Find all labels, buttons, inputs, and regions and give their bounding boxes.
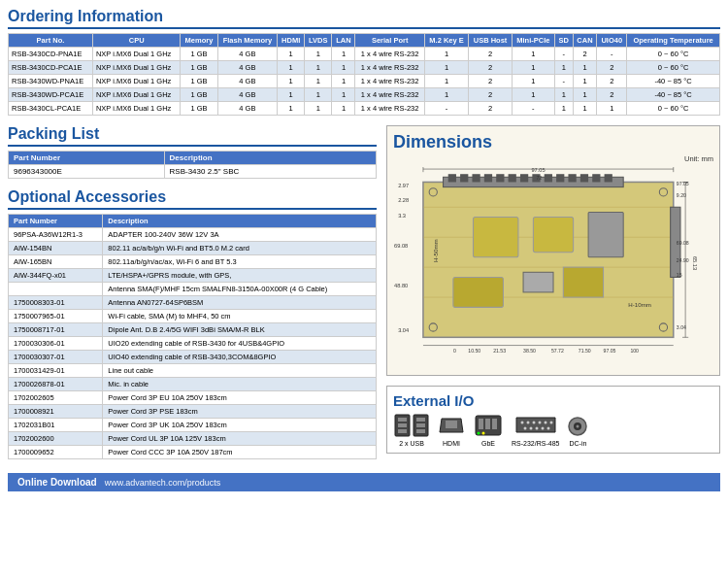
- table-cell: 1: [332, 102, 355, 116]
- svg-text:71.50: 71.50: [579, 348, 591, 354]
- table-cell: -40 ~ 85 °C: [627, 75, 720, 88]
- svg-point-90: [546, 427, 549, 430]
- table-cell: 4 GB: [217, 48, 278, 61]
- ordering-title: Ordering Information: [8, 8, 720, 29]
- table-cell: 2: [469, 61, 513, 75]
- table-cell: Dipole Ant. D.B 2.4/5G WIFI 3dBi SMA/M-R…: [103, 323, 377, 337]
- svg-text:97.05: 97.05: [677, 181, 689, 186]
- ordering-col-header: SD: [554, 34, 573, 48]
- table-cell: 1: [332, 88, 355, 102]
- svg-text:97.05: 97.05: [604, 348, 616, 354]
- svg-rect-11: [509, 174, 516, 182]
- accessories-col-header: Description: [103, 215, 377, 228]
- accessories-table: Part NumberDescription 96PSA-A36W12R1-3A…: [8, 214, 377, 459]
- svg-text:2.97: 2.97: [398, 183, 409, 188]
- table-cell: 1: [424, 48, 468, 61]
- table-cell: 2: [469, 48, 513, 61]
- svg-rect-17: [580, 174, 588, 182]
- svg-text:15: 15: [677, 272, 682, 278]
- svg-rect-19: [605, 174, 612, 182]
- accessories-col-header: Part Number: [9, 215, 103, 228]
- table-cell: 1 x 4 wire RS-232: [355, 88, 424, 102]
- table-cell: NXP i.MX6 Dual 1 GHz: [92, 48, 180, 61]
- packing-title: Packing List: [8, 125, 377, 147]
- svg-point-84: [544, 422, 546, 424]
- table-cell: 1700008921: [9, 405, 103, 419]
- table-cell: 802.11 ac/a/b/g/n Wi-Fi and BT5.0 M.2 ca…: [103, 242, 377, 255]
- table-row: 1700031429-01Line out cable: [9, 364, 377, 378]
- table-row: RSB-3430CD-PCA1ENXP i.MX6 Dual 1 GHz1 GB…: [9, 61, 720, 75]
- table-row: 1700026878-01Mic. in cable: [9, 378, 377, 391]
- svg-rect-75: [485, 419, 490, 429]
- table-cell: 1: [512, 75, 554, 88]
- table-cell: -: [597, 48, 627, 61]
- table-cell: 1: [573, 88, 597, 102]
- table-cell: AIW-165BN: [9, 255, 103, 269]
- table-row: RSB-3430CL-PCA1ENXP i.MX6 Dual 1 GHz1 GB…: [9, 102, 720, 116]
- table-cell: 2: [469, 102, 513, 116]
- io-label-hdmi: HDMI: [443, 440, 460, 447]
- table-cell: 1: [278, 88, 305, 102]
- table-cell: RSB-3430WD-PCA1E: [9, 88, 93, 102]
- table-cell: 1750007965-01: [9, 310, 103, 323]
- table-cell: -: [424, 102, 468, 116]
- io-label-usb: 2 x USB: [399, 440, 424, 447]
- io-label-dcin: DC-in: [569, 440, 586, 447]
- table-row: RSB-3430WD-PCA1ENXP i.MX6 Dual 1 GHz1 GB…: [9, 88, 720, 102]
- ordering-col-header: HDMI: [278, 34, 305, 48]
- table-cell: 1: [278, 102, 305, 116]
- table-cell: 1: [554, 102, 573, 116]
- svg-text:48.80: 48.80: [394, 283, 408, 288]
- io-item-dcin: DC-in: [567, 413, 588, 447]
- svg-point-80: [520, 422, 523, 424]
- table-row: AIW-154BN802.11 ac/a/b/g/n Wi-Fi and BT5…: [9, 242, 377, 255]
- table-cell: 2: [469, 88, 513, 102]
- table-cell: NXP i.MX6 Dual 1 GHz: [92, 61, 180, 75]
- dimensions-diagram: H-50mm H-10mm 97.05: [393, 167, 713, 367]
- table-cell: 1 GB: [181, 75, 217, 88]
- ordering-col-header: Operating Temperature: [627, 34, 720, 48]
- dimensions-title: Dimensions: [393, 132, 713, 152]
- table-cell: Line out cable: [103, 364, 377, 378]
- svg-rect-23: [588, 212, 623, 256]
- ordering-col-header: Part No.: [9, 34, 93, 48]
- table-row: 1700008921Power Cord 3P PSE 183cm: [9, 405, 377, 419]
- svg-text:57.72: 57.72: [551, 348, 564, 354]
- io-item-hdmi: HDMI: [438, 413, 465, 447]
- table-cell: 1: [573, 75, 597, 88]
- table-cell: 0 ~ 60 °C: [627, 48, 720, 61]
- table-cell: 1700031429-01: [9, 364, 103, 378]
- svg-point-77: [478, 432, 480, 435]
- svg-rect-65: [398, 423, 407, 427]
- svg-text:100: 100: [630, 348, 639, 354]
- svg-rect-69: [416, 423, 425, 427]
- svg-rect-16: [568, 174, 576, 182]
- table-cell: Power Cord UL 3P 10A 125V 183cm: [103, 432, 377, 446]
- svg-point-93: [577, 425, 579, 428]
- table-cell: RSB-3430CL-PCA1E: [9, 102, 93, 116]
- table-row: 9696343000ERSB-3430 2.5" SBC: [9, 165, 377, 179]
- table-cell: 0 ~ 60 °C: [627, 61, 720, 75]
- external-io-title: External I/O: [393, 392, 713, 409]
- table-cell: 802.11a/b/g/n/ac/ax, Wi-Fi 6 and BT 5.3: [103, 255, 377, 269]
- table-cell: [9, 283, 103, 296]
- table-row: 1702031B01Power Cord 3P UK 10A 250V 183c…: [9, 419, 377, 432]
- table-row: RSB-3430CD-PNA1ENXP i.MX6 Dual 1 GHz1 GB…: [9, 48, 720, 61]
- table-cell: 1 x 4 wire RS-232: [355, 61, 424, 75]
- table-cell: -: [554, 48, 573, 61]
- io-icons-row: 2 x USB HDMI: [393, 413, 713, 447]
- io-item-rs232: RS-232/RS-485: [512, 413, 559, 447]
- table-cell: 4 GB: [217, 88, 278, 102]
- svg-text:3.04: 3.04: [398, 327, 409, 333]
- accessories-title: Optional Accessories: [8, 188, 377, 210]
- right-column: Dimensions Unit: mm: [386, 125, 720, 467]
- footer-label: Online Download: [17, 477, 97, 488]
- table-cell: UIO40 extending cable of RSB-3430,3COM&8…: [103, 351, 377, 364]
- svg-point-78: [482, 432, 485, 435]
- ordering-col-header: LAN: [332, 34, 355, 48]
- table-cell: 1: [305, 48, 332, 61]
- table-cell: 1: [305, 75, 332, 88]
- table-cell: 1: [305, 102, 332, 116]
- svg-text:9.20: 9.20: [677, 192, 686, 198]
- svg-rect-76: [492, 419, 497, 429]
